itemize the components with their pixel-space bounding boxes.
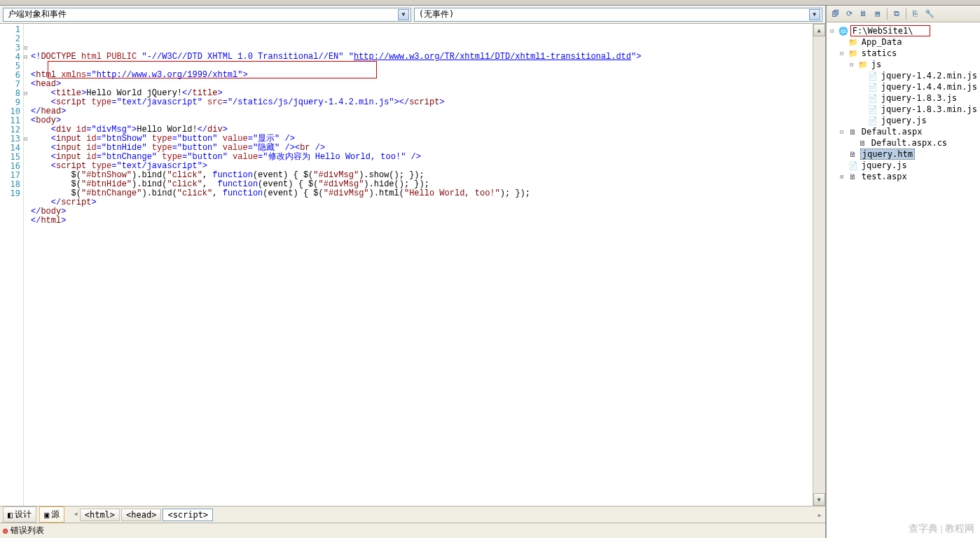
code-lines[interactable]: <!DOCTYPE html PUBLIC "-//W3C//DTD XHTML… xyxy=(29,24,813,506)
breadcrumb-head[interactable]: <head> xyxy=(121,509,161,521)
folder-icon: 📁 xyxy=(857,60,869,69)
design-label: 设计 xyxy=(15,509,32,520)
source-label: 源 xyxy=(51,509,60,520)
editor-pane: 户端对象和事件 ▼ (无事件) ▼ 1234567891011121314151… xyxy=(0,6,826,538)
tree-label: jquery-1.8.3.js xyxy=(880,93,958,103)
document-tab-strip xyxy=(0,0,980,6)
source-icon: ▣ xyxy=(44,510,49,520)
tree-item[interactable]: ⊟📁js xyxy=(828,59,979,70)
tree-item[interactable]: 📄jquery-1.4.4.min.js xyxy=(828,81,979,92)
error-icon: ⊗ xyxy=(3,526,8,536)
scroll-down-icon[interactable]: ▼ xyxy=(813,493,825,506)
folder-icon: 📁 xyxy=(848,48,859,58)
code-editor[interactable]: 12345678910111213141516171819 ⊟⊟⊟⊟ <!DOC… xyxy=(0,24,825,506)
line-number-gutter: 12345678910111213141516171819 xyxy=(0,24,24,506)
tree-item[interactable]: 📁App_Data xyxy=(828,36,979,48)
refresh-icon[interactable]: ⟳ xyxy=(843,8,856,20)
js-icon: 📄 xyxy=(867,116,878,125)
show-all-icon[interactable]: ▤ xyxy=(871,8,884,20)
solution-tree[interactable]: ⊟ 🌐 F:\WebSite1\ 📁App_Data⊟📁statics⊟📁js📄… xyxy=(827,22,980,538)
tree-item[interactable]: 📄jquery.js xyxy=(828,160,979,171)
doc-icon[interactable]: 🗎 xyxy=(857,8,870,20)
js-icon: 📄 xyxy=(867,93,878,103)
tree-item[interactable]: ⊟📁statics xyxy=(828,48,979,59)
tree-item[interactable]: 📄jquery-1.8.3.min.js xyxy=(828,104,979,115)
design-view-button[interactable]: ◧ 设计 xyxy=(3,506,36,523)
watermark: 查字典 | 教程网 xyxy=(909,523,974,535)
client-objects-dropdown[interactable]: 户端对象和事件 ▼ xyxy=(3,8,411,22)
error-list-tab[interactable]: ⊗ 错误列表 xyxy=(0,523,825,538)
tree-label: jquery-1.4.2.min.js xyxy=(880,71,979,81)
tree-item[interactable]: 🗎Default.aspx.cs xyxy=(828,137,979,149)
properties-icon[interactable]: 🗐 xyxy=(829,8,842,20)
project-label: F:\WebSite1\ xyxy=(850,25,931,36)
chevron-down-icon: ▼ xyxy=(809,9,820,20)
main-split: 户端对象和事件 ▼ (无事件) ▼ 1234567891011121314151… xyxy=(0,6,980,538)
tree-item[interactable]: ⊟🗎Default.aspx xyxy=(828,126,979,137)
folder-icon: 📁 xyxy=(848,37,859,47)
solution-explorer: 🗐 ⟳ 🗎 ▤ ⧉ ⎘ 🔧 ⊟ 🌐 F:\WebSite1\ 📁App_Data… xyxy=(826,6,980,538)
tree-item[interactable]: 🗎jquery.htm xyxy=(828,149,979,160)
js-icon: 📄 xyxy=(848,160,859,170)
file-icon: 🗎 xyxy=(848,127,859,137)
tree-item[interactable]: ⊞🗎test.aspx xyxy=(828,171,979,182)
file-icon: 🗎 xyxy=(848,172,859,181)
js-icon: 📄 xyxy=(867,82,878,92)
copy-site-icon[interactable]: ⎘ xyxy=(909,8,922,20)
expander-icon[interactable]: ⊟ xyxy=(838,50,846,57)
object-event-bar: 户端对象和事件 ▼ (无事件) ▼ xyxy=(0,6,825,24)
js-icon: 📄 xyxy=(867,104,878,114)
tree-label: test.aspx xyxy=(860,172,909,181)
view-tabs: ◧ 设计 ▣ 源 ◂ <html> <head> <script> ▸ xyxy=(0,506,825,523)
tree-item[interactable]: 📄jquery.js xyxy=(828,115,979,126)
separator xyxy=(887,8,888,20)
tree-label: statics xyxy=(860,48,899,58)
expander-icon[interactable]: ⊞ xyxy=(838,173,846,180)
element-breadcrumb: ◂ <html> <head> <script> xyxy=(73,509,213,521)
project-icon: 🌐 xyxy=(838,26,849,36)
tree-label: jquery.js xyxy=(880,116,928,125)
tree-item[interactable]: 📄jquery-1.8.3.js xyxy=(828,92,979,104)
tree-label: jquery.htm xyxy=(860,149,915,160)
js-icon: 📄 xyxy=(867,71,878,81)
separator xyxy=(906,8,906,20)
expander-icon[interactable]: ⊟ xyxy=(848,61,856,68)
design-icon: ◧ xyxy=(8,510,13,520)
client-objects-label: 户端对象和事件 xyxy=(8,8,67,20)
expander-icon[interactable]: ⊟ xyxy=(828,27,836,34)
events-label: (无事件) xyxy=(419,8,454,20)
chevron-down-icon: ▼ xyxy=(398,9,409,20)
tree-label: Default.aspx.cs xyxy=(870,138,948,148)
expander-icon[interactable]: ⊟ xyxy=(838,128,846,135)
tree-label: jquery-1.8.3.min.js xyxy=(880,104,979,114)
error-list-label: 错误列表 xyxy=(11,525,44,537)
tree-label: App_Data xyxy=(860,37,904,47)
breadcrumb-script[interactable]: <script> xyxy=(163,509,213,521)
source-view-button[interactable]: ▣ 源 xyxy=(39,506,64,523)
vertical-scrollbar[interactable]: ▲ ▼ xyxy=(813,24,825,506)
file-icon: 🗎 xyxy=(848,149,859,159)
solution-toolbar: 🗐 ⟳ 🗎 ▤ ⧉ ⎘ 🔧 xyxy=(827,6,980,22)
tree-label: Default.aspx xyxy=(860,127,924,137)
tree-label: js xyxy=(870,60,883,69)
tree-root[interactable]: ⊟ 🌐 F:\WebSite1\ xyxy=(828,25,979,36)
scroll-up-icon[interactable]: ▲ xyxy=(813,24,825,36)
config-icon[interactable]: 🔧 xyxy=(923,8,936,20)
tree-label: jquery.js xyxy=(860,160,909,170)
breadcrumb-html[interactable]: <html> xyxy=(80,509,120,521)
tree-item[interactable]: 📄jquery-1.4.2.min.js xyxy=(828,70,979,81)
nest-icon[interactable]: ⧉ xyxy=(890,8,903,20)
fold-column[interactable]: ⊟⊟⊟⊟ xyxy=(24,24,29,506)
file-icon: 🗎 xyxy=(857,138,869,148)
events-dropdown[interactable]: (无事件) ▼ xyxy=(414,8,822,22)
tree-label: jquery-1.4.4.min.js xyxy=(880,82,979,92)
